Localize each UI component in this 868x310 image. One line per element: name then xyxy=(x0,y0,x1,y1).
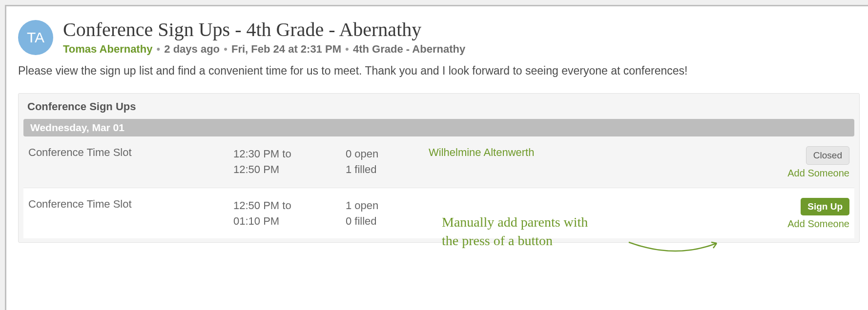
slot-availability: 0 open 1 filled xyxy=(346,146,429,177)
avatar[interactable]: TA xyxy=(18,20,53,55)
slot-name: Conference Time Slot xyxy=(28,198,233,211)
slot-availability: 1 open 0 filled xyxy=(346,198,429,229)
post-intro: Please view the sign up list and find a … xyxy=(18,64,860,78)
add-someone-link[interactable]: Add Someone xyxy=(787,218,849,230)
post-container: TA Conference Sign Ups - 4th Grade - Abe… xyxy=(5,5,868,310)
byline: Tomas Abernathy • 2 days ago • Fri, Feb … xyxy=(63,43,465,56)
signup-panel: Conference Sign Ups Wednesday, Mar 01 Co… xyxy=(18,93,860,243)
slot-time: 12:30 PM to 12:50 PM xyxy=(233,146,346,177)
slot-time: 12:50 PM to 01:10 PM xyxy=(233,198,346,229)
post-datetime: Fri, Feb 24 at 2:31 PM xyxy=(231,43,341,55)
group-link[interactable]: 4th Grade - Abernathy xyxy=(353,43,465,55)
add-someone-link[interactable]: Add Someone xyxy=(787,168,849,179)
date-header: Wednesday, Mar 01 xyxy=(23,119,854,136)
slot-list: Conference Time Slot 12:30 PM to 12:50 P… xyxy=(19,136,859,242)
slot-action: Closed Add Someone xyxy=(752,146,849,179)
author-link[interactable]: Tomas Abernathy xyxy=(63,43,152,55)
post-age: 2 days ago xyxy=(164,43,220,55)
slot-person[interactable]: Wilhelmine Altenwerth xyxy=(429,146,752,159)
slot-name: Conference Time Slot xyxy=(28,146,233,159)
post-header: TA Conference Sign Ups - 4th Grade - Abe… xyxy=(18,18,860,56)
slot-row: Conference Time Slot 12:30 PM to 12:50 P… xyxy=(23,136,854,188)
panel-title: Conference Sign Ups xyxy=(19,94,859,119)
slot-row: Conference Time Slot 12:50 PM to 01:10 P… xyxy=(23,188,854,238)
closed-button: Closed xyxy=(806,146,849,165)
post-heading-block: Conference Sign Ups - 4th Grade - Aberna… xyxy=(63,18,465,56)
signup-button[interactable]: Sign Up xyxy=(801,198,849,215)
post-title: Conference Sign Ups - 4th Grade - Aberna… xyxy=(63,18,465,41)
slot-action: Sign Up Add Someone xyxy=(752,198,849,230)
